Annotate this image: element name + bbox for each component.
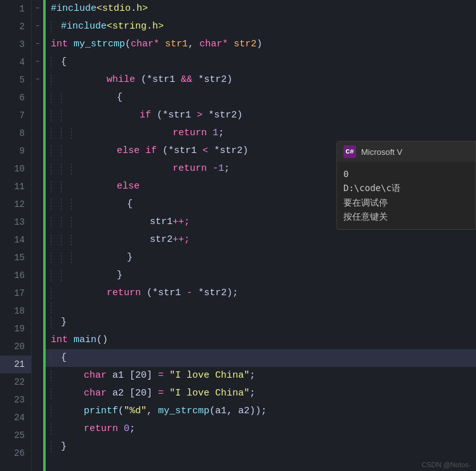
line-number: 23	[0, 391, 31, 409]
table-row: return (*str1 - *str2);	[46, 284, 476, 302]
code-token: (	[162, 142, 168, 160]
line-number: 20	[0, 338, 31, 355]
code-token: str1	[81, 213, 173, 231]
code-token: <	[202, 142, 208, 160]
line-number: 26	[0, 444, 31, 462]
code-token: str2	[81, 231, 173, 249]
code-token	[152, 402, 158, 420]
code-token: *str2	[198, 284, 227, 302]
popup-titlebar: C# Microsoft V	[337, 142, 475, 162]
line-number: 8	[0, 124, 31, 142]
table-row: }	[46, 249, 476, 267]
code-token	[207, 160, 213, 178]
code-token: <stdio.h>	[96, 0, 148, 18]
code-token: (	[147, 284, 152, 302]
code-token: (	[209, 402, 215, 420]
code-token: =	[158, 385, 164, 402]
code-token	[152, 367, 158, 385]
table-row	[46, 302, 476, 314]
table-row: char a1 [20] = "I love China";	[46, 367, 476, 385]
fold-icon[interactable]: −	[32, 0, 43, 18]
console-popup: C# Microsoft V 0D:\code\c语要在调试停按任意键关	[336, 141, 476, 230]
table-row: #include<string.h>	[46, 18, 476, 36]
watermark: CSDN @Notos-	[421, 461, 471, 468]
code-token	[232, 402, 238, 420]
table-row: str2++;	[46, 231, 476, 249]
code-token: }	[71, 267, 122, 284]
code-token: *str1	[147, 71, 175, 89]
table-row: int main()	[46, 331, 476, 349]
code-token: if	[71, 107, 151, 124]
code-token: ;	[129, 420, 135, 438]
output-line: D:\code\c语	[343, 181, 469, 195]
code-token: ;	[261, 402, 267, 420]
code-token: *str2	[214, 142, 242, 160]
code-token: *str2	[198, 71, 227, 89]
code-token: (	[118, 402, 124, 420]
code-token	[118, 420, 124, 438]
code-token: a2	[112, 385, 124, 402]
code-token	[208, 142, 214, 160]
code-token: )	[256, 36, 262, 53]
code-token: str1	[165, 36, 188, 53]
code-token: a2	[238, 402, 249, 420]
code-token: [20]	[124, 385, 152, 402]
table-row: {	[46, 349, 476, 367]
code-token	[192, 284, 198, 302]
line-number: 5	[0, 71, 31, 89]
code-token: "I love China"	[169, 385, 249, 402]
code-token: =	[158, 367, 164, 385]
line-number: 22	[0, 373, 31, 391]
table-row: }	[46, 314, 476, 331]
code-token: *str2	[208, 107, 237, 124]
code-token: ;	[249, 385, 255, 402]
code-token: )	[237, 107, 242, 124]
code-token: char	[61, 367, 107, 385]
line-number: 6	[0, 89, 31, 107]
code-token: main	[74, 331, 96, 349]
code-token: while	[61, 71, 135, 89]
code-token: return	[61, 284, 141, 302]
code-token: {	[61, 53, 67, 71]
code-token: (	[157, 107, 162, 124]
code-token	[191, 107, 197, 124]
code-token: ;	[249, 367, 255, 385]
code-token: (	[141, 71, 147, 89]
code-token: )	[227, 71, 232, 89]
code-token: [20]	[124, 367, 152, 385]
line-number: 19	[0, 320, 31, 338]
code-token: ;	[218, 124, 224, 142]
code-token	[194, 36, 199, 53]
code-token: )	[242, 142, 248, 160]
line-number: 21	[0, 355, 31, 373]
code-token: ;	[224, 160, 230, 178]
code-token	[152, 385, 158, 402]
code-token: *str1	[162, 107, 191, 124]
code-token: str2	[234, 36, 256, 53]
table-row: }	[46, 438, 476, 456]
code-token: *str1	[168, 142, 197, 160]
output-line: 0	[343, 167, 469, 181]
code-token	[197, 142, 202, 160]
output-line: 要在调试停	[343, 196, 469, 209]
table-row: printf("%d", my_strcmp(a1, a2));	[46, 402, 476, 420]
code-token: ()	[96, 331, 108, 349]
code-token: *	[222, 36, 228, 53]
code-token: else	[71, 178, 140, 196]
table-row: {	[46, 89, 476, 107]
fold-icon[interactable]: −	[32, 36, 43, 53]
code-token: int	[51, 36, 68, 53]
fold-icon[interactable]: −	[32, 53, 43, 71]
line-number: 18	[0, 302, 31, 320]
code-token	[181, 284, 187, 302]
code-token: <string.h>	[107, 18, 164, 36]
code-token: }	[81, 249, 133, 267]
fold-icon[interactable]: −	[32, 71, 43, 89]
line-numbers: 1234567891011121314151617181920212223242…	[0, 0, 32, 471]
code-token: printf	[61, 402, 118, 420]
table-row: }	[46, 267, 476, 284]
code-token: 1	[213, 124, 218, 142]
fold-icon[interactable]: −	[32, 18, 43, 36]
code-token	[157, 142, 162, 160]
line-number: 12	[0, 196, 31, 213]
